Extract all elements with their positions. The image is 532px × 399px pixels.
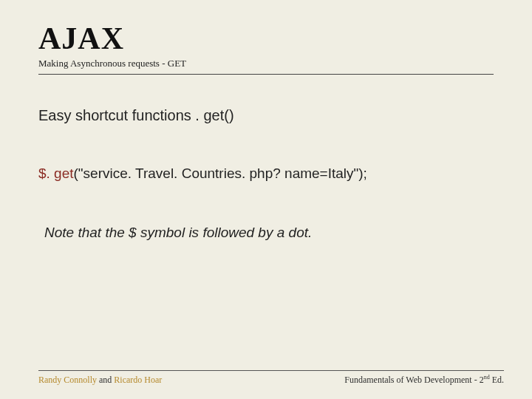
ordinal-suffix: nd: [484, 374, 490, 381]
note-text: Note that the $ symbol is followed by a …: [44, 225, 494, 241]
footer-book: Fundamentals of Web Development - 2nd Ed…: [344, 374, 504, 386]
footer-divider: [38, 370, 504, 371]
book-title-suffix: Ed.: [490, 375, 504, 385]
code-argument: ("service. Travel. Countries. php? name=…: [74, 166, 367, 181]
slide-subtitle: Making Asynchronous requests - GET: [38, 58, 494, 69]
footer-row: Randy Connolly and Ricardo Hoar Fundamen…: [38, 374, 504, 386]
slide-title: AJAX: [38, 21, 494, 56]
footer: Randy Connolly and Ricardo Hoar Fundamen…: [38, 370, 504, 386]
author-2: Ricardo Hoar: [114, 375, 162, 385]
author-separator: and: [97, 375, 114, 385]
book-title-prefix: Fundamentals of Web Development - 2: [344, 375, 483, 385]
code-line: $. get("service. Travel. Countries. php?…: [38, 166, 494, 182]
slide: AJAX Making Asynchronous requests - GET …: [0, 0, 532, 399]
title-divider: [38, 74, 494, 75]
code-function: $. get: [38, 166, 74, 181]
author-1: Randy Connolly: [38, 375, 97, 385]
footer-authors: Randy Connolly and Ricardo Hoar: [38, 375, 162, 386]
body-heading: Easy shortcut functions . get(): [38, 107, 494, 124]
